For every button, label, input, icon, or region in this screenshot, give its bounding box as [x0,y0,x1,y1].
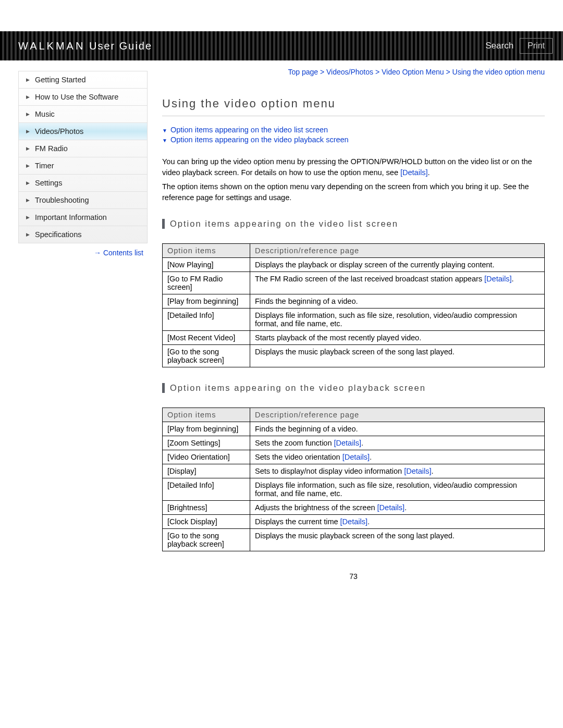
sidebar-item-label: Timer [35,162,54,170]
table-row: [Most Recent Video]Starts playback of th… [163,331,545,345]
option-desc-cell: Sets the video orientation [Details]. [250,450,545,464]
brand-walkman: WALKMAN [18,40,85,52]
table-row: [Zoom Settings]Sets the zoom function [D… [163,436,545,450]
sidebar-item-label: Troubleshooting [35,196,89,204]
option-item-cell: [Video Orientation] [163,450,250,464]
breadcrumb[interactable]: Top page > Videos/Photos > Video Option … [162,68,545,76]
table-header: Description/reference page [250,244,545,258]
caret-right-icon: ▶ [26,112,30,117]
sidebar-item-label: Getting Started [35,76,86,84]
table-row: [Play from beginning]Finds the beginning… [163,422,545,436]
sidebar-item-timer[interactable]: ▶Timer [19,157,147,175]
option-desc-cell: Displays the music playback screen of th… [250,345,545,367]
sidebar-item-important-information[interactable]: ▶Important Information [19,209,147,226]
anchor-label-2: Option items appearing on the video play… [170,135,349,144]
option-desc-cell: Displays the playback or display screen … [250,258,545,272]
option-desc-cell: Displays the current time [Details]. [250,515,545,529]
option-desc-cell: Finds the beginning of a video. [250,422,545,436]
option-item-cell: [Go to FM Radio screen] [163,272,250,294]
option-item-cell: [Play from beginning] [163,422,250,436]
table-row: [Go to the song playback screen]Displays… [163,529,545,551]
contents-list-link[interactable]: →Contents list [18,243,148,257]
table-header: Description/reference page [250,408,545,422]
option-item-cell: [Now Playing] [163,258,250,272]
section-heading-2: Option items appearing on the video play… [162,383,545,393]
caret-right-icon: ▶ [26,129,30,134]
sidebar-item-videos-photos[interactable]: ▶Videos/Photos [19,123,147,140]
sidebar-item-label: FM Radio [35,144,68,153]
caret-right-icon: ▶ [26,198,30,203]
section-heading-1: Option items appearing on the video list… [162,219,545,229]
details-link[interactable]: [Details] [340,517,368,526]
option-item-cell: [Zoom Settings] [163,436,250,450]
sidebar-item-how-to-use-the-software[interactable]: ▶How to Use the Software [19,89,147,106]
table-row: [Go to FM Radio screen]The FM Radio scre… [163,272,545,294]
options-table-1: Option items Description/reference page … [162,243,545,367]
caret-right-icon: ▶ [26,180,30,186]
anchor-link-2[interactable]: ▼Option items appearing on the video pla… [162,135,545,144]
table-row: [Play from beginning]Finds the beginning… [163,294,545,309]
option-desc-cell: Displays file information, such as file … [250,309,545,331]
details-link[interactable]: [Details] [377,503,405,512]
option-desc-cell: Adjusts the brightness of the screen [De… [250,501,545,515]
sidebar-item-specifications[interactable]: ▶Specifications [19,226,147,243]
page-title: Using the video option menu [162,97,545,110]
table-row: [Video Orientation]Sets the video orient… [163,450,545,464]
option-item-cell: [Play from beginning] [163,294,250,309]
anchor-link-1[interactable]: ▼Option items appearing on the video lis… [162,126,545,134]
sidebar-item-label: Specifications [35,230,81,239]
sidebar-item-label: Settings [35,179,62,187]
print-button[interactable]: Print [520,38,553,54]
anchor-links: ▼Option items appearing on the video lis… [162,126,545,144]
option-desc-cell: Sets the zoom function [Details]. [250,436,545,450]
title-divider [162,116,545,116]
triangle-down-icon: ▼ [162,138,167,143]
option-item-cell: [Go to the song playback screen] [163,529,250,551]
option-desc-cell: Displays the music playback screen of th… [250,529,545,551]
option-item-cell: [Most Recent Video] [163,331,250,345]
option-desc-cell: Displays file information, such as file … [250,478,545,501]
arrow-right-icon: → [94,249,101,257]
option-item-cell: [Go to the song playback screen] [163,345,250,367]
option-desc-cell: Sets to display/not display video inform… [250,464,545,478]
caret-right-icon: ▶ [26,94,30,100]
table-row: [Detailed Info]Displays file information… [163,309,545,331]
main-content: Top page > Videos/Photos > Video Option … [148,60,545,612]
option-desc-cell: The FM Radio screen of the last received… [250,272,545,294]
caret-right-icon: ▶ [26,77,30,82]
details-link[interactable]: [Details] [404,467,431,475]
table-row: [Detailed Info]Displays file information… [163,478,545,501]
sidebar-item-music[interactable]: ▶Music [19,106,147,123]
sidebar-item-label: Important Information [35,213,107,221]
sidebar: ▶Getting Started▶How to Use the Software… [18,60,148,612]
details-link[interactable]: [Details] [400,168,427,177]
table-row: [Clock Display]Displays the current time… [163,515,545,529]
table-row: [Brightness]Adjusts the brightness of th… [163,501,545,515]
table-row: [Now Playing]Displays the playback or di… [163,258,545,272]
sidebar-item-label: Music [35,110,55,118]
option-item-cell: [Detailed Info] [163,478,250,501]
sidebar-item-label: How to Use the Software [35,93,118,101]
search-button[interactable]: Search [485,41,513,51]
caret-right-icon: ▶ [26,146,30,151]
page-number: 73 [162,551,545,591]
details-link[interactable]: [Details] [334,439,361,447]
sidebar-item-getting-started[interactable]: ▶Getting Started [19,71,147,89]
sidebar-item-label: Videos/Photos [35,127,83,135]
sidebar-item-fm-radio[interactable]: ▶FM Radio [19,140,147,157]
table-row: [Display]Sets to display/not display vid… [163,464,545,478]
details-link[interactable]: [Details] [484,275,511,283]
sidebar-item-settings[interactable]: ▶Settings [19,175,147,192]
options-table-2: Option items Description/reference page … [162,408,545,551]
option-item-cell: [Display] [163,464,250,478]
brand-guide: User Guide [85,40,152,52]
table-row: [Go to the song playback screen]Displays… [163,345,545,367]
option-desc-cell: Starts playback of the most recently pla… [250,331,545,345]
caret-right-icon: ▶ [26,215,30,220]
option-item-cell: [Brightness] [163,501,250,515]
sidebar-item-troubleshooting[interactable]: ▶Troubleshooting [19,192,147,209]
option-item-cell: [Clock Display] [163,515,250,529]
details-link[interactable]: [Details] [342,453,370,461]
table-header: Option items [163,408,250,422]
caret-right-icon: ▶ [26,163,30,168]
